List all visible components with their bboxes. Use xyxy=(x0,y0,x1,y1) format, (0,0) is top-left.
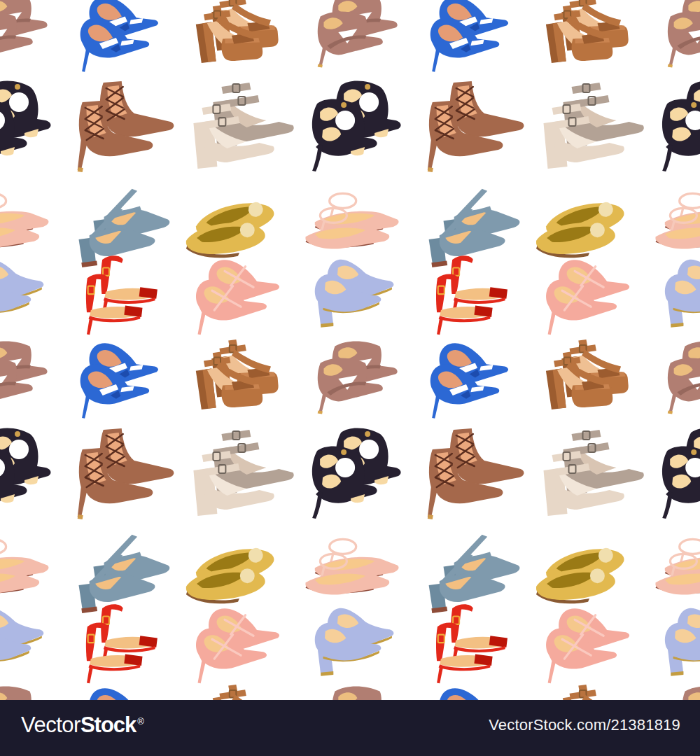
registered-mark: ® xyxy=(137,716,144,727)
shoe-pink-ankle-strap-flats xyxy=(0,539,48,594)
shoe-taupe-double-buckle-pumps xyxy=(193,83,293,169)
shoe-black-peep-toe-booties xyxy=(662,428,700,519)
shoe-pink-cross-strap-pumps xyxy=(196,260,279,335)
shoe-brown-lace-up-heels xyxy=(428,428,524,519)
shoe-black-peep-toe-booties xyxy=(0,428,50,519)
shoe-black-peep-toe-booties xyxy=(0,80,50,172)
shoe-tan-platform-heeled-sandals xyxy=(546,340,629,410)
shoe-yellow-pompom-ballet-flats xyxy=(536,546,626,603)
shoe-yellow-pompom-ballet-flats xyxy=(536,200,626,258)
shoe-black-peep-toe-booties xyxy=(312,80,401,172)
shoe-mauve-cutout-ankle-booties xyxy=(318,0,398,67)
shoe-slate-slingback-block-heels xyxy=(429,189,520,267)
vectorstock-logo-light: Vector xyxy=(21,713,80,737)
shoe-lavender-block-heel-pumps xyxy=(315,260,394,328)
shoe-blue-strappy-stiletto-pumps xyxy=(80,0,158,72)
shoe-pink-ankle-strap-flats xyxy=(306,193,399,248)
shoe-tan-platform-heeled-sandals xyxy=(196,340,279,410)
shoe-lavender-block-heel-pumps xyxy=(0,260,43,328)
shoe-mauve-cutout-ankle-booties xyxy=(668,341,700,414)
shoe-red-ankle-strap-sandals xyxy=(436,255,507,335)
shoe-tan-platform-heeled-sandals xyxy=(196,0,279,63)
shoe-brown-lace-up-heels xyxy=(428,81,524,172)
shoe-pink-cross-strap-pumps xyxy=(196,608,279,683)
shoe-yellow-pompom-ballet-flats xyxy=(186,546,276,603)
shoe-pink-ankle-strap-flats xyxy=(656,539,700,594)
shoe-tan-platform-heeled-sandals xyxy=(546,0,629,63)
shoe-taupe-double-buckle-pumps xyxy=(193,430,293,516)
shoe-pink-ankle-strap-flats xyxy=(306,539,399,594)
shoe-blue-strappy-stiletto-pumps xyxy=(430,343,508,419)
shoe-red-ankle-strap-sandals xyxy=(86,255,158,335)
shoe-pink-cross-strap-pumps xyxy=(546,260,629,335)
shoe-red-ankle-strap-sandals xyxy=(86,604,158,683)
shoe-black-peep-toe-booties xyxy=(312,428,401,519)
shoe-yellow-pompom-ballet-flats xyxy=(186,200,276,258)
shoe-blue-strappy-stiletto-pumps xyxy=(80,343,158,419)
watermark-bar: VectorStock® VectorStock.com/21381819 xyxy=(0,700,700,756)
shoe-slate-slingback-block-heels xyxy=(79,189,170,267)
shoe-mauve-cutout-ankle-booties xyxy=(668,0,700,67)
shoe-slate-slingback-block-heels xyxy=(79,535,170,613)
shoe-pink-ankle-strap-flats xyxy=(656,193,700,248)
shoe-taupe-double-buckle-pumps xyxy=(544,430,644,516)
shoe-grid xyxy=(0,0,700,756)
shoe-pink-ankle-strap-flats xyxy=(0,193,48,248)
shoe-brown-lace-up-heels xyxy=(78,81,174,172)
shoe-taupe-double-buckle-pumps xyxy=(544,83,644,169)
watermark-image-url: VectorStock.com/21381819 xyxy=(489,716,680,734)
vectorstock-logo-bold: Stock xyxy=(80,713,136,737)
shoe-mauve-cutout-ankle-booties xyxy=(318,341,398,414)
shoe-lavender-block-heel-pumps xyxy=(0,608,43,676)
shoe-slate-slingback-block-heels xyxy=(429,535,520,613)
shoe-black-peep-toe-booties xyxy=(662,80,700,172)
shoe-mauve-cutout-ankle-booties xyxy=(0,341,48,414)
stock-image-preview: VectorStock® VectorStock.com/21381819 xyxy=(0,0,700,756)
shoe-lavender-block-heel-pumps xyxy=(315,608,394,676)
shoe-blue-strappy-stiletto-pumps xyxy=(430,0,508,72)
vectorstock-logo: VectorStock® xyxy=(21,713,144,738)
shoe-mauve-cutout-ankle-booties xyxy=(0,0,48,67)
shoe-lavender-block-heel-pumps xyxy=(665,260,700,328)
shoe-red-ankle-strap-sandals xyxy=(436,604,507,683)
shoe-brown-lace-up-heels xyxy=(78,428,174,519)
shoe-pink-cross-strap-pumps xyxy=(546,608,629,683)
shoe-lavender-block-heel-pumps xyxy=(665,608,700,676)
shoe-pattern xyxy=(0,0,700,756)
